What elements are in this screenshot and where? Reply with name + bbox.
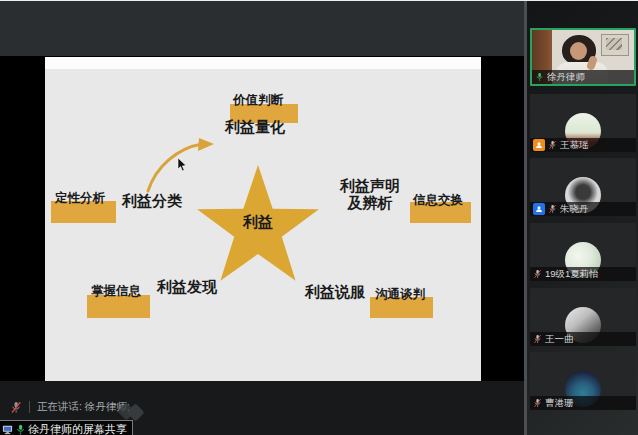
participant-label: 王一曲 xyxy=(530,332,636,346)
slide-label-interest-classify: 利益分类 xyxy=(122,192,182,211)
window-top-edge xyxy=(0,0,638,1)
mic-muted-icon xyxy=(548,204,557,214)
participant-name: 19级1夏莉怡 xyxy=(545,268,599,281)
participant-name: 曹港珊 xyxy=(545,397,574,410)
slide-label-interest-quantify: 利益量化 xyxy=(225,118,285,137)
participant-tile[interactable]: 王慕瑶 xyxy=(530,94,636,152)
participant-tile-video[interactable]: 徐丹律师 xyxy=(530,28,636,86)
slide-label-grasp-info: 掌握信息 xyxy=(91,283,141,300)
shared-screen-area: 价值判断 利益量化 定性分析 利益分类 xyxy=(0,1,524,435)
participant-tile[interactable]: 朱晓丹 xyxy=(530,158,636,216)
participant-label: 19级1夏莉怡 xyxy=(530,267,636,281)
slide-label-negotiate: 沟通谈判 xyxy=(375,286,425,303)
speaking-status-row: 正在讲话: 徐丹律师; xyxy=(10,399,130,415)
slide-label-interest-persuade: 利益说服 xyxy=(305,283,365,302)
person-badge-icon xyxy=(533,203,545,215)
participant-label: 曹港珊 xyxy=(530,396,636,410)
slide-label-interest-statement: 利益声明 及辨析 xyxy=(335,177,405,211)
mic-muted-icon xyxy=(533,269,542,279)
screen-top-band xyxy=(0,1,524,56)
mic-muted-icon xyxy=(548,140,557,150)
participant-label: 王慕瑶 xyxy=(530,138,636,152)
presentation-slide: 价值判断 利益量化 定性分析 利益分类 xyxy=(45,57,481,381)
screen-share-viewport: 价值判断 利益量化 定性分析 利益分类 xyxy=(0,56,524,381)
slide-top-strip xyxy=(45,57,481,69)
meeting-window: 价值判断 利益量化 定性分析 利益分类 xyxy=(0,0,638,435)
person-badge-icon xyxy=(533,139,545,151)
meeting-watermark-logo xyxy=(119,403,151,420)
mic-muted-icon xyxy=(533,334,542,344)
slide-label-value-judgment: 价值判断 xyxy=(233,92,283,109)
participant-tile[interactable]: 曹港珊 xyxy=(530,352,636,410)
participant-tile[interactable]: 19级1夏莉怡 xyxy=(530,223,636,281)
mic-muted-icon xyxy=(10,401,22,414)
status-divider xyxy=(29,401,30,413)
monitor-icon xyxy=(2,424,13,435)
interest-statement-line1: 利益声明 xyxy=(335,177,405,194)
slide-label-interest-discover: 利益发现 xyxy=(157,278,217,297)
participant-label: 朱晓丹 xyxy=(530,202,636,216)
interest-statement-line2: 及辨析 xyxy=(335,194,405,211)
screen-share-banner[interactable]: 徐丹律师的屏幕共享 xyxy=(0,420,133,435)
share-banner-text: 徐丹律师的屏幕共享 xyxy=(28,422,127,435)
mouse-cursor-icon xyxy=(177,158,187,172)
star-shape: 利益 xyxy=(193,163,323,287)
participant-name: 朱晓丹 xyxy=(560,203,589,216)
participants-sidebar: 徐丹律师 王慕瑶 xyxy=(527,0,638,435)
mic-active-icon xyxy=(535,72,544,82)
slide-label-interest: 利益 xyxy=(193,213,323,232)
participant-name: 王一曲 xyxy=(545,333,574,346)
speaking-status-text: 正在讲话: 徐丹律师; xyxy=(37,400,130,414)
participant-name: 王慕瑶 xyxy=(560,139,589,152)
mic-muted-icon xyxy=(533,398,542,408)
participant-label: 徐丹律师 xyxy=(532,70,634,84)
participant-name: 徐丹律师 xyxy=(547,71,585,84)
participant-tile[interactable]: 王一曲 xyxy=(530,288,636,346)
slide-label-info-exchange: 信息交换 xyxy=(413,192,463,209)
mic-active-icon xyxy=(15,424,26,435)
slide-label-qualitative: 定性分析 xyxy=(55,190,105,207)
